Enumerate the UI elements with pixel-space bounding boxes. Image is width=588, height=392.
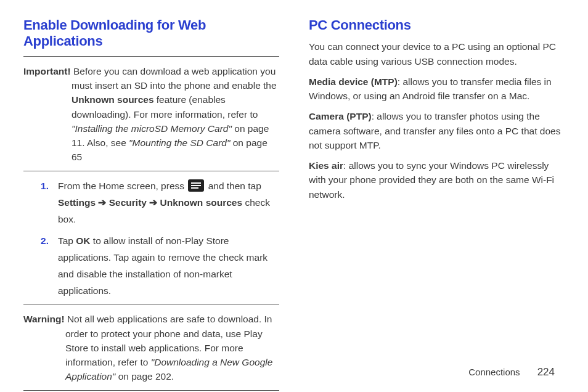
step-2: Tap OK to allow install of non-Play Stor… <box>58 232 279 300</box>
rule-after-important <box>23 171 279 171</box>
warning-text: Not all web applications are safe to dow… <box>65 314 273 382</box>
steps-list: From the Home screen, press and then tap… <box>23 178 279 300</box>
kies-text: : allows you to sync your Windows PC wir… <box>309 160 554 200</box>
warning-callout: Warning! Not all web applications are sa… <box>23 311 279 386</box>
column-left: Enable Downloading for Web Applications … <box>23 17 279 392</box>
footer-page-number: 224 <box>537 366 555 378</box>
column-right: PC Connections You can connect your devi… <box>309 17 565 392</box>
mtp-lead: Media device (MTP) <box>309 76 398 87</box>
pc-mtp: Media device (MTP): allows you to transf… <box>309 75 565 104</box>
page-footer: Connections224 <box>468 366 555 378</box>
footer-section: Connections <box>468 367 520 377</box>
warning-lead: Warning! <box>23 314 65 324</box>
rule-before-warning <box>23 304 279 304</box>
page-body: Enable Downloading for Web Applications … <box>0 0 588 392</box>
important-lead: Important! <box>23 66 71 76</box>
menu-icon <box>188 179 204 192</box>
rule-top <box>23 56 279 57</box>
pc-intro: You can connect your device to a PC usin… <box>309 39 565 68</box>
heading-pc-connections: PC Connections <box>309 17 565 33</box>
ptp-lead: Camera (PTP) <box>309 111 372 121</box>
kies-lead: Kies air <box>309 160 343 171</box>
heading-enable-downloading: Enable Downloading for Web Applications <box>23 17 279 50</box>
pc-ptp: Camera (PTP): allows you to transfer pho… <box>309 109 565 152</box>
important-text: Before you can download a web applicatio… <box>71 66 277 163</box>
pc-kies: Kies air: allows you to sync your Window… <box>309 158 565 202</box>
step-1: From the Home screen, press and then tap… <box>58 178 279 227</box>
rule-bottom <box>23 390 279 391</box>
important-callout: Important! Before you can download a web… <box>23 63 279 167</box>
